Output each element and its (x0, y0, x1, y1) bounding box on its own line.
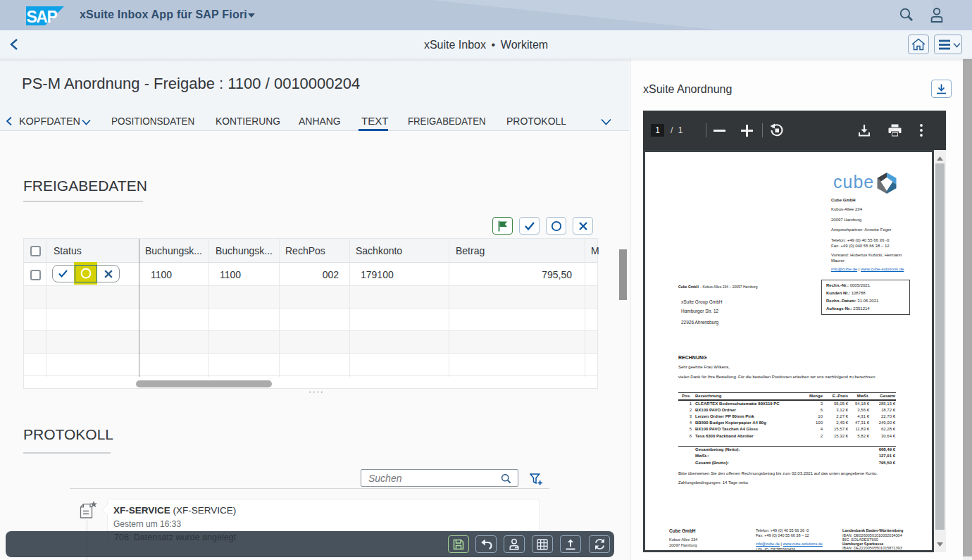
svg-text:SAP: SAP (27, 8, 58, 26)
